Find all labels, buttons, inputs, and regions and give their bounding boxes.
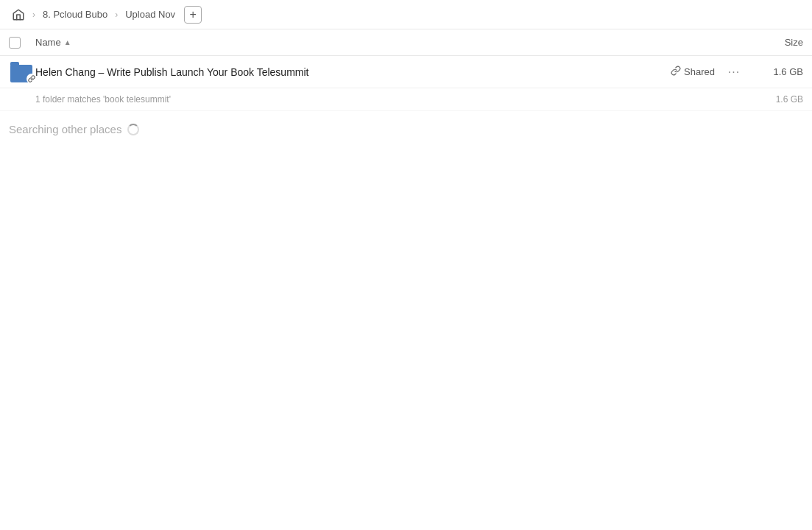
size-column-header[interactable]: Size [744, 37, 803, 48]
shared-badge: Shared [671, 66, 715, 78]
breadcrumb-bar: › 8. Pcloud Bubo › Upload Nov + [0, 0, 812, 29]
file-icon-col [9, 62, 35, 82]
name-column-header[interactable]: Name ▲ [35, 37, 744, 48]
breadcrumb-separator-2: › [115, 10, 118, 20]
file-list-item[interactable]: Helen Chang – Write Publish Launch Your … [0, 56, 812, 88]
breadcrumb-item-pcloud[interactable]: 8. Pcloud Bubo [40, 7, 110, 21]
file-name-label: Helen Chang – Write Publish Launch Your … [35, 66, 671, 78]
match-info-text: 1 folder matches 'book telesummit' [35, 94, 171, 105]
breadcrumb-item-uploadnov[interactable]: Upload Nov [122, 7, 178, 21]
folder-with-link-icon [10, 62, 34, 82]
name-column-label: Name [35, 37, 61, 48]
link-icon [671, 66, 681, 78]
match-info-row: 1 folder matches 'book telesummit' 1.6 G… [0, 88, 812, 111]
select-all-col [9, 37, 35, 49]
file-size-value: 1.6 GB [744, 66, 803, 77]
match-info-size: 1.6 GB [776, 94, 803, 105]
searching-other-places-row: Searching other places [0, 111, 812, 141]
select-all-checkbox[interactable] [9, 37, 21, 49]
more-options-button[interactable]: ··· [724, 62, 744, 82]
loading-spinner [127, 124, 139, 135]
home-breadcrumb[interactable] [9, 5, 28, 24]
searching-label: Searching other places [9, 123, 121, 135]
breadcrumb-separator-1: › [32, 10, 35, 20]
add-tab-button[interactable]: + [184, 6, 202, 24]
column-header-row: Name ▲ Size [0, 29, 812, 56]
link-badge-icon [27, 74, 37, 84]
shared-label: Shared [684, 66, 715, 77]
sort-arrow-icon: ▲ [64, 38, 71, 46]
